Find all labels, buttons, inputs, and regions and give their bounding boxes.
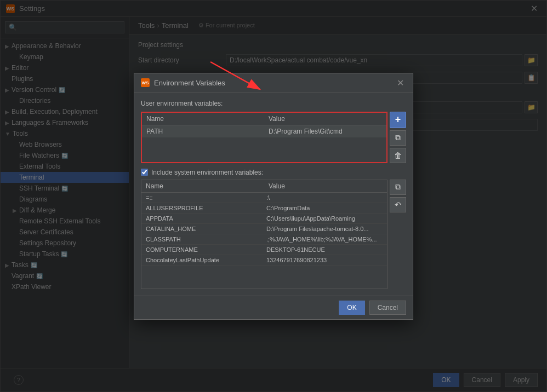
include-system-row: Include system environment variables: [141, 169, 406, 176]
sys-col-name: Name [141, 180, 264, 192]
sys-env-name-5: COMPUTERNAME [141, 245, 262, 255]
system-env-table-area: Name Value =:: :\ ALLUSERSPROFILE C:\Pro… [141, 180, 406, 289]
sys-env-value-0: :\ [262, 193, 387, 203]
sys-env-name-3: CATALINA_HOME [141, 224, 262, 234]
sys-env-row-5[interactable]: COMPUTERNAME DESKTOP-61NECUE [141, 245, 387, 255]
sys-env-value-1: C:\ProgramData [262, 203, 387, 213]
modal-title-bar: WS Environment Variables ✕ [134, 73, 413, 93]
env-variables-modal: WS Environment Variables ✕ User environm… [134, 73, 413, 320]
user-col-name: Name [142, 113, 264, 125]
user-col-value: Value [264, 113, 386, 125]
sys-env-name-1: ALLUSERSPROFILE [141, 203, 262, 213]
sys-env-row-3[interactable]: CATALINA_HOME D:\Program Files\apache-to… [141, 224, 387, 234]
modal-footer: OK Cancel [134, 296, 413, 319]
sys-env-value-2: C:\Users\liupu\AppData\Roaming [262, 214, 387, 223]
sys-env-value-6: 132467917690821233 [262, 255, 387, 265]
user-env-rows: PATH D:\Program Files\Git\cmd [142, 125, 386, 137]
system-env-rows: =:: :\ ALLUSERSPROFILE C:\ProgramData AP… [141, 193, 387, 289]
modal-overlay: WS Environment Variables ✕ User environm… [0, 0, 547, 392]
copy-sys-env-button[interactable]: ⧉ [390, 180, 406, 195]
sys-env-value-4: .;%JAVA_HOME%\lib;%JAVA_HOME%... [262, 234, 387, 244]
modal-title-text: Environment Variables [154, 79, 225, 87]
sys-env-row-1[interactable]: ALLUSERSPROFILE C:\ProgramData [141, 203, 387, 214]
modal-container: WS Environment Variables ✕ User environm… [134, 73, 413, 320]
user-env-table-wrapper: Name Value PATH D:\Program Files\Git\cmd [141, 112, 388, 163]
modal-title: WS Environment Variables [141, 78, 225, 87]
undo-sys-env-button[interactable]: ↶ [390, 197, 406, 212]
include-system-checkbox[interactable] [141, 169, 148, 176]
include-system-label: Include system environment variables: [151, 169, 263, 176]
user-env-table-area: Name Value PATH D:\Program Files\Git\cmd… [141, 112, 406, 163]
sys-env-row-4[interactable]: CLASSPATH .;%JAVA_HOME%\lib;%JAVA_HOME%.… [141, 234, 387, 245]
user-env-label: User environment variables: [141, 100, 406, 107]
modal-cancel-button[interactable]: Cancel [369, 301, 406, 315]
system-env-actions: ⧉ ↶ [390, 180, 406, 289]
sys-env-value-3: D:\Program Files\apache-tomcat-8.0... [262, 224, 387, 234]
modal-close-button[interactable]: ✕ [395, 78, 406, 88]
modal-ok-button[interactable]: OK [339, 301, 364, 315]
copy-env-button[interactable]: ⧉ [390, 130, 406, 146]
user-env-row-0[interactable]: PATH D:\Program Files\Git\cmd [142, 125, 386, 137]
sys-env-row-0[interactable]: =:: :\ [141, 193, 387, 203]
system-env-table: Name Value =:: :\ ALLUSERSPROFILE C:\Pro… [141, 180, 388, 289]
sys-col-value: Value [264, 180, 387, 192]
modal-body: User environment variables: Name Value P… [134, 93, 413, 296]
sys-env-value-5: DESKTOP-61NECUE [262, 245, 387, 255]
user-table-header: Name Value [142, 113, 386, 125]
sys-env-name-4: CLASSPATH [141, 234, 262, 244]
sys-env-row-6[interactable]: ChocolateyLastPathUpdate 132467917690821… [141, 255, 387, 266]
user-env-value-0: D:\Program Files\Git\cmd [264, 125, 386, 137]
user-env-name-0: PATH [142, 125, 264, 137]
sys-env-name-2: APPDATA [141, 214, 262, 223]
user-env-actions: + ⧉ 🗑 [390, 112, 406, 163]
sys-env-name-6: ChocolateyLastPathUpdate [141, 255, 262, 265]
delete-env-button[interactable]: 🗑 [390, 148, 406, 163]
system-table-header: Name Value [141, 180, 387, 193]
sys-env-name-0: =:: [141, 193, 262, 203]
sys-env-row-2[interactable]: APPDATA C:\Users\liupu\AppData\Roaming [141, 214, 387, 224]
add-env-button[interactable]: + [390, 112, 406, 128]
modal-ws-icon: WS [141, 78, 150, 87]
